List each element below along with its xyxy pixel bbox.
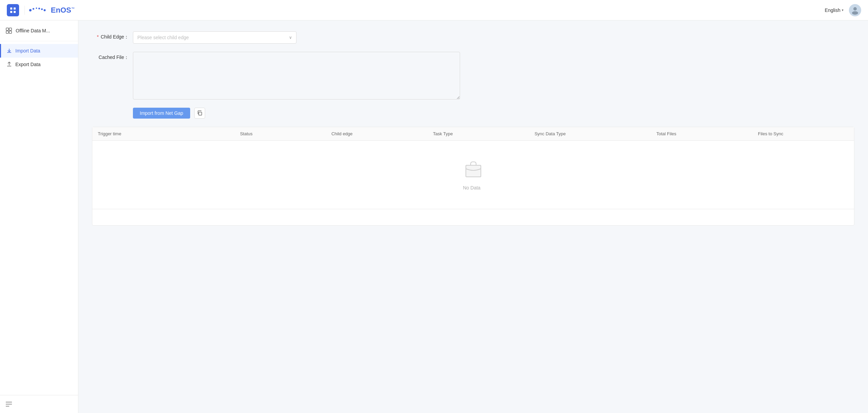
sidebar-title: Offline Data M...: [16, 28, 50, 33]
svg-rect-14: [6, 31, 9, 33]
svg-point-9: [44, 9, 46, 11]
topbar-right: English ▾: [825, 4, 861, 16]
cached-file-label: Cached File：: [92, 52, 133, 61]
svg-point-5: [33, 8, 34, 10]
svg-point-6: [36, 7, 37, 9]
sidebar-footer: [0, 395, 78, 413]
sidebar-item-import-data-label: Import Data: [15, 48, 40, 53]
child-edge-label: * Child Edge：: [92, 31, 133, 40]
svg-rect-12: [6, 28, 9, 30]
svg-point-4: [29, 9, 32, 11]
child-edge-arrow: ∨: [289, 35, 292, 40]
sidebar-menu-icon[interactable]: [5, 401, 12, 408]
svg-point-10: [853, 7, 857, 11]
svg-point-7: [39, 7, 40, 9]
col-trigger-time: Trigger time: [92, 131, 234, 136]
svg-rect-13: [9, 28, 12, 30]
content-area: * Child Edge： Please select child edge ∨…: [78, 20, 868, 413]
topbar-left: EnOS™: [7, 4, 75, 16]
main-layout: Offline Data M... Import Data Export Dat…: [0, 20, 868, 413]
sidebar-header-icon: [5, 27, 12, 34]
empty-state-icon: [463, 159, 484, 180]
svg-rect-15: [9, 31, 12, 33]
child-edge-required-star: *: [97, 34, 98, 40]
topbar: EnOS™ English ▾: [0, 0, 868, 20]
language-selector[interactable]: English ▾: [825, 7, 843, 13]
sidebar: Offline Data M... Import Data Export Dat…: [0, 20, 78, 413]
svg-rect-19: [199, 112, 202, 115]
col-child-edge: Child edge: [326, 131, 427, 136]
data-table: Trigger time Status Child edge Task Type…: [92, 127, 854, 226]
col-status: Status: [234, 131, 326, 136]
cached-file-row: Cached File：: [92, 52, 854, 100]
empty-text: No Data: [463, 185, 484, 190]
sidebar-item-export-data-label: Export Data: [15, 62, 41, 67]
table-header: Trigger time Status Child edge Task Type…: [92, 127, 854, 141]
col-files-to-sync: Files to Sync: [752, 131, 854, 136]
sidebar-header: Offline Data M...: [0, 20, 78, 41]
apps-icon[interactable]: [7, 4, 19, 16]
table-footer: [92, 209, 854, 225]
svg-rect-20: [466, 165, 481, 177]
cached-file-textarea[interactable]: [133, 52, 460, 100]
logo-area: EnOS™: [25, 6, 75, 15]
svg-point-11: [852, 11, 858, 15]
language-label: English: [825, 7, 840, 13]
action-row: Import from Net Gap: [133, 108, 854, 119]
svg-rect-1: [14, 7, 16, 10]
sidebar-nav: Import Data Export Data: [0, 41, 78, 395]
sidebar-item-import-data[interactable]: Import Data: [0, 44, 78, 58]
svg-rect-2: [10, 11, 12, 13]
avatar[interactable]: [849, 4, 861, 16]
col-total-files: Total Files: [651, 131, 752, 136]
copy-icon-button[interactable]: [194, 108, 205, 119]
child-edge-placeholder: Please select child edge: [137, 35, 189, 40]
svg-point-8: [41, 8, 43, 10]
svg-rect-0: [10, 7, 12, 10]
sidebar-item-export-data[interactable]: Export Data: [0, 58, 78, 71]
language-chevron: ▾: [842, 8, 843, 12]
empty-state: No Data: [463, 159, 484, 190]
enos-text: EnOS™: [51, 6, 75, 15]
table-body: No Data: [92, 141, 854, 209]
import-from-net-gap-button[interactable]: Import from Net Gap: [133, 108, 190, 119]
child-edge-row: * Child Edge： Please select child edge ∨: [92, 31, 854, 44]
svg-rect-3: [14, 11, 16, 13]
col-sync-data-type: Sync Data Type: [529, 131, 651, 136]
col-task-type: Task Type: [427, 131, 529, 136]
enos-dots-logo: [29, 7, 49, 14]
child-edge-select[interactable]: Please select child edge ∨: [133, 31, 296, 44]
